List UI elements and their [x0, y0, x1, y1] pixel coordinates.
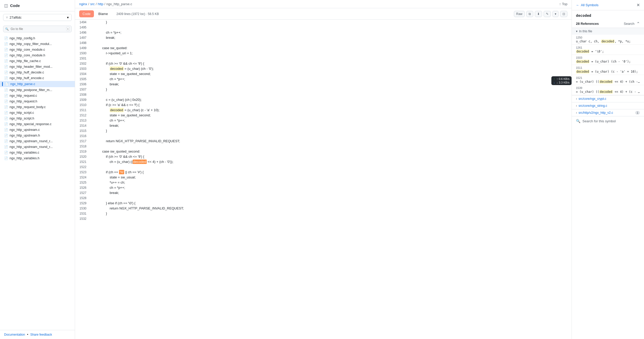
breadcrumb-src[interactable]: src — [90, 2, 95, 6]
file-item[interactable]: 📄ngx_http_script.h — [0, 116, 75, 121]
file-item[interactable]: 📄ngx_http_script.c — [0, 110, 75, 116]
file-name: ngx_http_script.h — [10, 117, 34, 120]
file-item[interactable]: 📄ngx_http_parse.c — [0, 81, 75, 87]
line-number[interactable]: 1502 — [75, 61, 91, 66]
file-item[interactable]: 📄ngx_http_special_response.c — [0, 121, 75, 127]
line-number[interactable]: 1508 — [75, 92, 91, 97]
refs-file-header[interactable]: ›src/core/ngx_string.c — [572, 102, 644, 109]
line-number[interactable]: 1503 — [75, 66, 91, 71]
file-item[interactable]: 📄ngx_http_config.h — [0, 35, 75, 41]
top-button[interactable]: ↑ Top — [559, 2, 567, 6]
line-number[interactable]: 1531 — [75, 211, 91, 216]
tab-blame[interactable]: Blame — [95, 10, 111, 17]
breadcrumb-http[interactable]: http — [98, 2, 103, 6]
line-number[interactable]: 1509 — [75, 97, 91, 102]
search-file-input[interactable] — [3, 26, 72, 32]
refs-file-header[interactable]: ›src/core/ngx_crypt.c — [572, 95, 644, 102]
file-item[interactable]: 📄ngx_http_core_module.c — [0, 47, 75, 52]
docs-link[interactable]: Documentation — [4, 333, 25, 336]
line-number[interactable]: 1498 — [75, 40, 91, 46]
ref-item[interactable]: 1250u_char c, ch, decoded, *p, *u; — [572, 35, 644, 45]
file-icon: 📄 — [4, 151, 8, 154]
line-number[interactable]: 1516 — [75, 133, 91, 139]
refs-search[interactable]: Search — [624, 22, 634, 26]
file-item[interactable]: 📄ngx_http_upstream.c — [0, 127, 75, 133]
line-number[interactable]: 1518 — [75, 144, 91, 149]
file-item[interactable]: 📄ngx_http_variables.h — [0, 155, 75, 161]
line-number[interactable]: 1526 — [75, 185, 91, 190]
more-button[interactable]: ▾ — [552, 11, 559, 17]
line-number[interactable]: 1520 — [75, 154, 91, 159]
line-number[interactable]: 1521 — [75, 159, 91, 164]
ref-item[interactable]: 1539= (u_char) ((decoded << 4) + (c - 'a… — [572, 85, 644, 95]
line-number[interactable]: 1497 — [75, 35, 91, 40]
line-number[interactable]: 1500 — [75, 51, 91, 56]
copy-button[interactable]: ⧉ — [526, 11, 533, 17]
line-number[interactable]: 1513 — [75, 118, 91, 123]
file-item[interactable]: 📄ngx_http_upstream.h — [0, 133, 75, 138]
tab-code[interactable]: Code — [79, 10, 94, 17]
ref-item[interactable]: 1521= (u_char) ((decoded << 4) + (ch - '… — [572, 75, 644, 85]
file-item[interactable]: 📄ngx_http_upstream_round_r... — [0, 138, 75, 144]
branch-selector[interactable]: ⑂ 27af6dc ▾ — [3, 14, 72, 21]
raw-button[interactable]: Raw — [514, 11, 525, 17]
file-item[interactable]: 📄ngx_http_request.h — [0, 99, 75, 104]
line-number[interactable]: 1528 — [75, 195, 91, 201]
line-number[interactable]: 1530 — [75, 206, 91, 211]
file-item[interactable]: 📄ngx_http_huff_encode.c — [0, 75, 75, 81]
ref-item[interactable]: 1261decoded = '\0'; — [572, 45, 644, 55]
line-number[interactable]: 1522 — [75, 164, 91, 170]
line-number[interactable]: 1495 — [75, 25, 91, 30]
line-number[interactable]: 1504 — [75, 71, 91, 77]
line-number[interactable]: 1499 — [75, 46, 91, 51]
line-number[interactable]: 1494 — [75, 20, 91, 25]
sidebar-toggle-icon[interactable]: ◫ — [4, 3, 8, 8]
refs-collapse-icon[interactable]: ⌃ — [636, 21, 640, 26]
file-item[interactable]: 📄ngx_http_variables.c — [0, 150, 75, 155]
line-number[interactable]: 1512 — [75, 113, 91, 118]
line-number[interactable]: 1505 — [75, 77, 91, 82]
search-symbol-button[interactable]: 🔍 Search for this symbol — [572, 116, 644, 126]
line-number[interactable]: 1523 — [75, 170, 91, 175]
file-item[interactable]: 📄ngx_http_file_cache.c — [0, 58, 75, 64]
ref-item[interactable]: 1511decoded = (u_char) (c - 'a' + 10); — [572, 65, 644, 75]
file-item[interactable]: 📄ngx_http_header_filter_mod... — [0, 64, 75, 70]
refs-file-header[interactable]: ›src/http/v2/ngx_http_v2.c1 — [572, 109, 644, 116]
line-number[interactable]: 1519 — [75, 149, 91, 154]
line-number[interactable]: 1507 — [75, 87, 91, 92]
line-number[interactable]: 1501 — [75, 56, 91, 61]
file-header: Code Blame 2409 lines (1972 loc) · 58.5 … — [75, 8, 572, 20]
line-number[interactable]: 1524 — [75, 175, 91, 180]
panel-toggle-button[interactable]: ⊡ — [560, 11, 567, 17]
file-item[interactable]: 📄ngx_http_request.c — [0, 93, 75, 99]
breadcrumb-nginx[interactable]: nginx — [79, 2, 87, 6]
line-content: if (ch >= '0' && ch <= '9') { — [91, 61, 572, 66]
line-content: break; — [91, 82, 572, 87]
file-name: ngx_http_variables.h — [10, 156, 39, 160]
feedback-link[interactable]: Share feedback — [30, 333, 52, 336]
line-number[interactable]: 1517 — [75, 139, 91, 144]
edit-button[interactable]: ✎ — [544, 11, 551, 17]
back-button[interactable]: ← All Symbols — [576, 3, 598, 7]
refs-section-header[interactable]: ▾ In this file — [572, 28, 644, 35]
line-number[interactable]: 1510 — [75, 102, 91, 108]
close-button[interactable]: ✕ — [636, 3, 640, 7]
line-number[interactable]: 1515 — [75, 128, 91, 133]
line-number[interactable]: 1506 — [75, 82, 91, 87]
line-number[interactable]: 1514 — [75, 123, 91, 128]
file-item[interactable]: 📄ngx_http_core_module.h — [0, 52, 75, 58]
line-number[interactable]: 1529 — [75, 201, 91, 206]
file-item[interactable]: 📄ngx_http_copy_filter_modul... — [0, 41, 75, 47]
line-number[interactable]: 1496 — [75, 30, 91, 35]
file-item[interactable]: 📄ngx_http_postpone_filter_m... — [0, 87, 75, 93]
file-item[interactable]: 📄ngx_http_request_body.c — [0, 104, 75, 110]
ref-item[interactable]: 1503decoded = (u_char) (ch - '0'); — [572, 55, 644, 65]
code-area[interactable]: 1494 }14951496 ch = *p++;1497 break;1498… — [75, 20, 572, 339]
file-item[interactable]: 📄ngx_http_huff_decode.c — [0, 70, 75, 75]
line-number[interactable]: 1525 — [75, 180, 91, 185]
download-button[interactable]: ⬇ — [535, 11, 542, 17]
file-item[interactable]: 📄ngx_http_upstream_round_r... — [0, 144, 75, 150]
line-number[interactable]: 1532 — [75, 216, 91, 221]
line-number[interactable]: 1511 — [75, 108, 91, 113]
line-number[interactable]: 1527 — [75, 190, 91, 195]
